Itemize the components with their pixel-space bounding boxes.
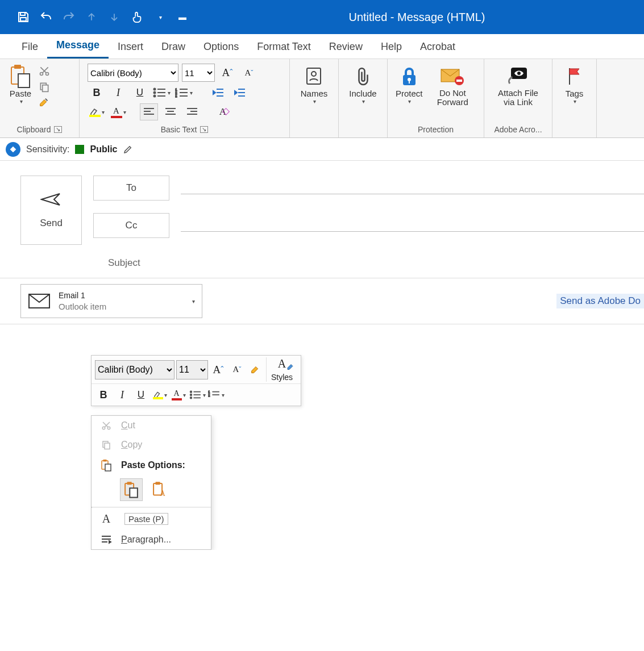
paste-label: Paste — [10, 89, 31, 98]
decrease-indent-icon[interactable] — [209, 84, 227, 101]
attachment-dropdown-icon[interactable]: ▾ — [191, 298, 195, 304]
tab-review[interactable]: Review — [320, 35, 372, 59]
include-button[interactable]: Include ▾ — [346, 62, 380, 122]
paste-text-only-button[interactable]: A — [148, 478, 171, 501]
increase-font-icon[interactable]: Aˆ — [218, 64, 236, 81]
compose-header: Send To Cc — [0, 161, 644, 245]
sensitivity-edit-icon[interactable] — [123, 144, 133, 155]
next-icon[interactable] — [107, 10, 122, 24]
mini-numbering-button[interactable]: 12▾ — [207, 386, 225, 404]
do-not-forward-button[interactable]: Do Not Forward — [426, 62, 479, 122]
subject-input[interactable] — [152, 257, 644, 269]
attachment-type: Outlook item — [59, 301, 106, 312]
paste-button[interactable]: Paste ▾ — [5, 62, 36, 122]
underline-button[interactable]: U — [131, 84, 149, 101]
ctx-paragraph[interactable]: Paragraph... — [92, 530, 211, 549]
protect-label: Protect — [396, 89, 423, 98]
redo-icon[interactable] — [61, 10, 76, 24]
align-center-button[interactable] — [161, 103, 180, 120]
flag-icon — [562, 64, 587, 89]
mini-font-color-button[interactable]: A▾ — [170, 386, 187, 404]
svg-point-5 — [40, 73, 43, 76]
highlight-color-button[interactable]: ▾ — [88, 103, 106, 120]
tab-format-text[interactable]: Format Text — [248, 35, 320, 59]
svg-rect-58 — [105, 443, 110, 449]
to-button[interactable]: To — [93, 176, 169, 201]
ctx-cut-label: Cut — [121, 420, 135, 431]
tab-draw[interactable]: Draw — [152, 35, 194, 59]
sensitivity-color-icon — [75, 145, 84, 154]
cc-input[interactable] — [181, 220, 644, 232]
ctx-paragraph-label: Paragraph... — [121, 535, 171, 545]
svg-point-43 — [517, 72, 521, 75]
clipboard-dialog-launcher[interactable]: ↘ — [54, 126, 62, 133]
send-button[interactable]: Send — [20, 176, 82, 245]
font-size-select[interactable]: 11 — [182, 64, 215, 82]
adobe-attach-label: Attach File via Link — [492, 89, 544, 107]
touch-mode-icon[interactable] — [130, 10, 144, 24]
names-button[interactable]: Names ▾ — [297, 62, 331, 122]
group-tags: Tags ▾ — [552, 59, 597, 137]
mini-bold-button[interactable]: B — [95, 386, 112, 404]
mini-format-painter-icon[interactable] — [247, 361, 264, 379]
font-name-select[interactable]: Calibri (Body) — [88, 64, 178, 82]
bullets-button[interactable]: ▾ — [152, 84, 171, 101]
protect-button[interactable]: Protect ▾ — [392, 62, 426, 122]
cut-icon — [99, 420, 113, 431]
tab-help[interactable]: Help — [372, 35, 411, 59]
mini-italic-button[interactable]: I — [114, 386, 131, 404]
ctx-paste-options-label: Paste Options: — [121, 460, 185, 470]
tags-label: Tags — [566, 89, 584, 98]
attach-file-via-link-button[interactable]: Attach File via Link — [489, 62, 547, 122]
align-left-button[interactable] — [140, 103, 158, 120]
tab-acrobat[interactable]: Acrobat — [411, 35, 464, 59]
mini-bullets-button[interactable]: ▾ — [189, 386, 206, 404]
cc-button[interactable]: Cc — [93, 213, 169, 238]
ctx-cut[interactable]: Cut — [92, 416, 211, 435]
copy-icon — [99, 440, 113, 450]
to-input[interactable] — [181, 182, 644, 194]
tab-file[interactable]: File — [13, 35, 47, 59]
ctx-copy[interactable]: Copy — [92, 435, 211, 454]
ctx-font[interactable]: A Paste (P) — [92, 508, 211, 530]
align-right-button[interactable] — [183, 103, 201, 120]
numbering-button[interactable]: 123▾ — [174, 84, 193, 101]
cut-icon[interactable] — [38, 65, 51, 77]
increase-indent-icon[interactable] — [231, 84, 249, 101]
mini-font-name[interactable]: Calibri (Body) — [95, 360, 174, 379]
mini-decrease-font-icon[interactable]: Aˇ — [228, 361, 246, 379]
mini-styles-button[interactable]: A Styles — [266, 357, 297, 382]
paste-keep-source-button[interactable] — [120, 478, 143, 501]
clear-formatting-icon[interactable]: A◇ — [214, 103, 232, 120]
svg-point-36 — [311, 72, 316, 76]
mini-highlight-button[interactable]: ▾ — [151, 386, 168, 404]
tab-message[interactable]: Message — [47, 34, 109, 59]
italic-button[interactable]: I — [109, 84, 127, 101]
mini-increase-font-icon[interactable]: Aˆ — [210, 361, 227, 379]
bold-button[interactable]: B — [88, 84, 106, 101]
font-color-button[interactable]: A▾ — [109, 103, 127, 120]
send-as-adobe-link[interactable]: Send as Adobe Do — [556, 294, 644, 308]
qat-customize-icon[interactable]: ▬ — [175, 10, 190, 24]
svg-rect-66 — [156, 482, 160, 485]
mini-font-size[interactable]: 11 — [176, 360, 208, 379]
basic-text-dialog-launcher[interactable]: ↘ — [200, 126, 208, 133]
svg-point-10 — [154, 92, 156, 94]
protection-group-label: Protection — [418, 125, 454, 134]
tab-options[interactable]: Options — [194, 35, 248, 59]
tags-button[interactable]: Tags ▾ — [559, 62, 591, 122]
format-painter-icon[interactable] — [38, 97, 51, 109]
sensitivity-tag-icon[interactable] — [6, 142, 20, 157]
chevron-down-icon: ▾ — [361, 98, 365, 105]
save-icon[interactable] — [16, 10, 31, 24]
ctx-paste-options: Paste Options: — [92, 454, 211, 476]
qat-dropdown-icon[interactable]: ▾ — [152, 10, 167, 24]
attachment-item[interactable]: Email 1 Outlook item ▾ — [20, 284, 202, 318]
copy-icon[interactable] — [38, 81, 51, 93]
decrease-font-icon[interactable]: Aˇ — [240, 64, 258, 81]
mini-underline-button[interactable]: U — [132, 386, 149, 404]
undo-icon[interactable] — [39, 10, 53, 24]
tab-insert[interactable]: Insert — [109, 35, 152, 59]
previous-icon[interactable] — [84, 10, 99, 24]
address-book-icon — [301, 64, 326, 89]
